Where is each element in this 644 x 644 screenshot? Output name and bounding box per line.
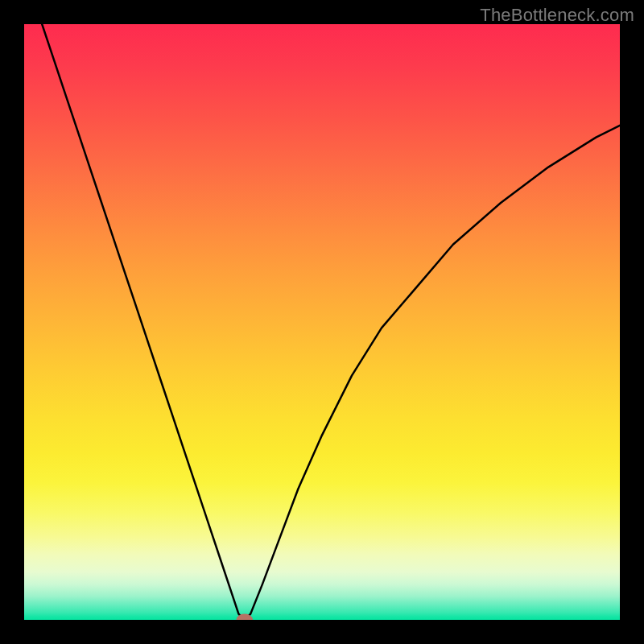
chart-frame: TheBottleneck.com [0, 0, 644, 644]
chart-svg [24, 24, 620, 620]
bottleneck-curve [42, 24, 620, 620]
watermark-text: TheBottleneck.com [480, 5, 634, 26]
plot-area [24, 24, 620, 620]
